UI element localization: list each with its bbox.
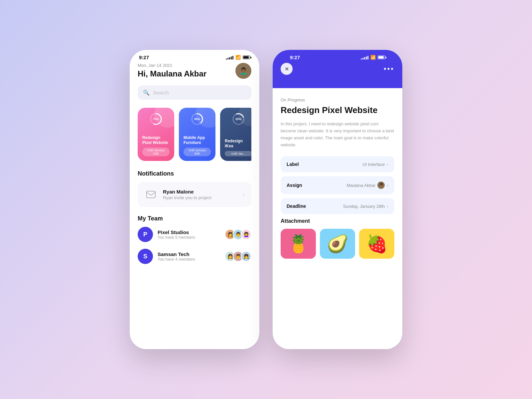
right-battery-icon [378, 56, 385, 59]
card-title-2: Mobile App Furniture [184, 135, 211, 146]
team-avatar-p: P [138, 227, 153, 242]
notif-chevron: › [243, 191, 245, 198]
deadline-key: Deadline [287, 203, 306, 209]
project-card-1[interactable]: 75% Redesign Pixel Website Until January… [138, 108, 174, 161]
card-date-2: Until January 30th [184, 148, 211, 156]
notification-card[interactable]: Ryan Malone Ryan invite you to project › [138, 182, 251, 207]
attachment-images: 🍍 🥑 🍓 [281, 229, 394, 259]
project-detail-title: Redesign Pixel Website [281, 105, 394, 115]
avatar: 👨🏾‍🦱 [235, 63, 251, 79]
right-status-bar: 9:27 📶 [281, 50, 394, 63]
project-description: In this project, I need to redesign webs… [281, 121, 394, 148]
more-options-button[interactable]: ••• [384, 65, 394, 73]
deadline-chevron: › [387, 203, 388, 209]
notif-name: Ryan Malone [163, 189, 237, 195]
team-title: My Team [138, 215, 251, 222]
team-avatar-small: 👩‍🦱 [241, 229, 251, 240]
team-avatar-small: 👧 [241, 251, 251, 262]
team-avatars-2: 👩 👨 👧 [225, 251, 251, 262]
wifi-icon: 📶 [235, 55, 241, 60]
project-card-3[interactable]: 25% Redesign iKea Until Jan... [220, 108, 251, 161]
signal-icon [226, 56, 233, 60]
top-controls: ✕ ••• [281, 63, 394, 75]
assign-key: Assign [287, 183, 302, 188]
right-phone-inner: 9:27 📶 ✕ [273, 50, 402, 349]
card-title-3: Redesign iKea [225, 139, 251, 149]
mail-icon [144, 188, 158, 201]
left-phone-content: Mon, Jan 14 2021 Hi, Maulana Akbar 👨🏾‍🦱 … [130, 63, 259, 279]
label-row[interactable]: Label UI Interface › [281, 156, 394, 172]
team-info-2: Samsan Tech You have 4 members [158, 251, 220, 262]
assign-row[interactable]: Assign Maulana Akbar 👨🏾 › [281, 176, 394, 194]
attachment-image-2[interactable]: 🥑 [320, 229, 355, 259]
date-label: Mon, Jan 14 2021 [138, 63, 206, 68]
attachment-image-3[interactable]: 🍓 [359, 229, 394, 259]
attachment-image-1[interactable]: 🍍 [281, 229, 316, 259]
team-avatars-1: 👩 👨 👩‍🦱 [225, 229, 251, 240]
card-title-1: Redesign Pixel Website [142, 135, 170, 146]
top-bar-purple: 9:27 📶 ✕ [273, 50, 402, 88]
team-avatar-s: S [138, 249, 153, 264]
notification-content: Ryan Malone Ryan invite you to project [163, 189, 237, 200]
notif-sub: Ryan invite you to project [163, 195, 237, 200]
svg-rect-6 [147, 191, 155, 198]
deadline-row[interactable]: Deadline Sunday, January 28th › [281, 198, 394, 214]
attachment-section: Attachment 🍍 🥑 🍓 [281, 218, 394, 259]
label-chevron: › [387, 162, 388, 167]
battery-icon [243, 56, 250, 59]
assign-chevron: › [387, 183, 388, 188]
right-phone: 9:27 📶 ✕ [273, 50, 402, 349]
left-status-bar: 9:27 📶 [130, 50, 259, 63]
right-wifi-icon: 📶 [370, 55, 376, 60]
close-button[interactable]: ✕ [281, 63, 293, 75]
team-info-1: Pixel Studios You have 5 members [158, 229, 220, 240]
left-phone: 9:27 📶 Mon, Jan 14 2021 Hi, Maulana Akba… [130, 50, 259, 349]
left-status-icons: 📶 [226, 55, 250, 60]
left-time: 9:27 [139, 55, 149, 60]
project-cards-row: 75% Redesign Pixel Website Until January… [138, 108, 251, 161]
progress-text-3: 25% [235, 117, 241, 121]
team-item-2[interactable]: S Samsan Tech You have 4 members 👩 👨 👧 [138, 249, 251, 264]
right-status-icons: 📶 [361, 55, 385, 60]
right-time: 9:27 [290, 55, 300, 60]
assign-avatar: 👨🏾 [377, 182, 385, 189]
on-progress-label: On Progress [281, 97, 394, 102]
search-placeholder: Search [153, 90, 169, 95]
assign-value: Maulana Akbar 👨🏾 › [347, 182, 388, 189]
card-date-3: Until Jan... [225, 151, 251, 156]
detail-content: On Progress Redesign Pixel Website In th… [273, 88, 402, 349]
team-name-2: Samsan Tech [158, 251, 220, 257]
attachment-title: Attachment [281, 218, 394, 224]
team-sub-1: You have 5 members [158, 235, 220, 240]
project-card-2[interactable]: 50% Mobile App Furniture Until January 3… [179, 108, 215, 161]
header-row: Mon, Jan 14 2021 Hi, Maulana Akbar 👨🏾‍🦱 [138, 63, 251, 79]
team-sub-2: You have 4 members [158, 257, 220, 262]
right-signal-icon [361, 56, 368, 60]
label-key: Label [287, 162, 299, 167]
greeting-label: Hi, Maulana Akbar [138, 69, 206, 78]
progress-text-2: 50% [194, 117, 200, 121]
label-value: UI Interface › [362, 162, 388, 167]
progress-text-1: 75% [153, 117, 159, 121]
team-name-1: Pixel Studios [158, 229, 220, 235]
header-text: Mon, Jan 14 2021 Hi, Maulana Akbar [138, 63, 206, 78]
search-icon: 🔍 [143, 89, 150, 96]
search-bar[interactable]: 🔍 Search [138, 85, 251, 100]
deadline-value: Sunday, January 28th › [343, 203, 388, 209]
card-date-1: Until January 20th [142, 148, 170, 156]
team-item-1[interactable]: P Pixel Studios You have 5 members 👩 👨 👩… [138, 227, 251, 242]
notifications-title: Notifications [138, 170, 251, 177]
